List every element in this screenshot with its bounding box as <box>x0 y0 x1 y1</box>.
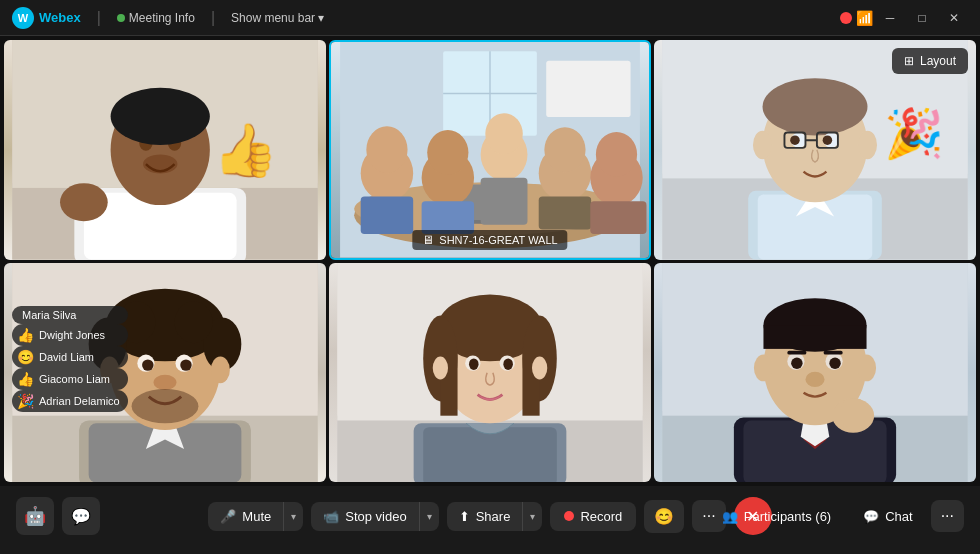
svg-point-63 <box>175 301 213 343</box>
show-menu-button[interactable]: Show menu bar ▾ <box>231 11 324 25</box>
record-button[interactable]: Record <box>550 502 636 531</box>
stop-video-button[interactable]: 📹 Stop video <box>311 502 418 531</box>
toolbar: 🤖 💬 🎤 Mute ▾ 📹 Stop video ▾ <box>0 486 980 546</box>
reaction-item-dwight: 👍 Dwight Jones <box>12 324 128 346</box>
share-label: Share <box>476 509 511 524</box>
svg-point-108 <box>754 354 773 381</box>
monitor-icon: 🖥 <box>422 233 434 247</box>
mute-chevron-icon: ▾ <box>291 511 296 522</box>
reaction-item-david: 😊 David Liam <box>12 346 128 368</box>
reaction-name-adrian: Adrian Delamico <box>39 395 120 407</box>
reaction-name-maria: Maria Silva <box>22 309 76 321</box>
chat-label: Chat <box>885 509 912 524</box>
reactions-sidebar: Maria Silva 👍 Dwight Jones 😊 David Liam … <box>12 306 128 412</box>
app-name: Webex <box>39 10 81 25</box>
video-chevron-button[interactable]: ▾ <box>419 502 439 531</box>
close-button[interactable]: ✕ <box>940 7 968 29</box>
titlebar: W Webex | Meeting Info | Show menu bar ▾… <box>0 0 980 36</box>
video-chevron-icon: ▾ <box>427 511 432 522</box>
participants-icon: 👥 <box>722 509 738 524</box>
svg-point-89 <box>532 356 547 379</box>
emoji-icon: 😊 <box>654 508 674 525</box>
emoji-button[interactable]: 😊 <box>644 500 684 533</box>
woman-svg <box>329 263 651 483</box>
svg-rect-22 <box>361 197 413 234</box>
suit-man-svg <box>654 263 976 483</box>
more-right-icon: ··· <box>941 507 954 524</box>
chat-icon-button[interactable]: 💬 <box>62 497 100 535</box>
svg-point-86 <box>469 358 479 369</box>
separator2: | <box>211 9 215 27</box>
svg-point-69 <box>132 388 199 422</box>
svg-rect-31 <box>539 197 591 230</box>
mute-chevron-button[interactable]: ▾ <box>283 502 303 531</box>
webex-icon: W <box>12 7 34 29</box>
share-icon: ⬆ <box>459 509 470 524</box>
maximize-button[interactable]: □ <box>908 7 936 29</box>
share-button[interactable]: ⬆ Share <box>447 502 523 531</box>
svg-point-102 <box>829 357 840 368</box>
record-label: Record <box>580 509 622 524</box>
share-split-button: ⬆ Share ▾ <box>447 502 543 531</box>
svg-point-87 <box>503 358 513 369</box>
room-label: 🖥 SHN7-16-GREAT WALL <box>412 230 567 250</box>
svg-point-11 <box>111 88 210 145</box>
svg-point-48 <box>790 135 800 145</box>
svg-rect-104 <box>824 350 843 354</box>
titlebar-right: 📶 ─ □ ✕ <box>840 7 968 29</box>
participants-button[interactable]: 👥 Participants (6) <box>708 502 845 531</box>
svg-point-29 <box>485 113 522 154</box>
thumbs-up-emoji: 👍 <box>213 119 278 180</box>
reaction-emoji-dwight: 👍 <box>17 327 34 343</box>
meeting-info-button[interactable]: Meeting Info <box>117 11 195 25</box>
svg-point-35 <box>596 132 637 177</box>
svg-point-26 <box>427 130 468 175</box>
layout-button[interactable]: ⊞ Layout <box>892 48 968 74</box>
video-bg-6 <box>654 263 976 483</box>
titlebar-left: W Webex | Meeting Info | Show menu bar ▾ <box>12 7 840 29</box>
minimize-button[interactable]: ─ <box>876 7 904 29</box>
svg-point-67 <box>180 359 191 370</box>
video-bg-2 <box>331 42 649 258</box>
video-cell-2: 🖥 SHN7-16-GREAT WALL <box>329 40 651 260</box>
toolbar-center: 🎤 Mute ▾ 📹 Stop video ▾ ⬆ Share <box>208 497 771 535</box>
reaction-name-david: David Liam <box>39 351 94 363</box>
svg-point-66 <box>142 359 153 370</box>
svg-rect-98 <box>763 325 866 349</box>
toolbar-right: 👥 Participants (6) 💬 Chat ··· <box>708 500 964 532</box>
mute-split-button: 🎤 Mute ▾ <box>208 502 303 531</box>
svg-point-51 <box>858 131 877 160</box>
layout-label: Layout <box>920 54 956 68</box>
video-cell-1: 👍 <box>4 40 326 260</box>
svg-rect-28 <box>481 178 528 225</box>
chat-button[interactable]: 💬 Chat <box>849 502 926 531</box>
record-red-dot <box>564 511 574 521</box>
ai-icon: 🤖 <box>24 505 46 527</box>
mute-button[interactable]: 🎤 Mute <box>208 502 283 531</box>
video-camera-icon: 📹 <box>323 509 339 524</box>
video-cell-4: Maria Silva 👍 Dwight Jones 😊 David Liam … <box>4 263 326 483</box>
more-right-button[interactable]: ··· <box>931 500 964 532</box>
svg-point-71 <box>211 356 230 383</box>
svg-point-42 <box>763 78 868 135</box>
video-cell-5 <box>329 263 651 483</box>
room-name: SHN7-16-GREAT WALL <box>439 234 557 246</box>
ai-assistant-button[interactable]: 🤖 <box>16 497 54 535</box>
svg-point-68 <box>154 374 177 389</box>
group-meeting-svg <box>331 42 649 258</box>
video-grid: 👍 <box>0 36 980 486</box>
reaction-item-giacomo: 👍 Giacomo Liam <box>12 368 128 390</box>
stop-video-split-button: 📹 Stop video ▾ <box>311 502 438 531</box>
reaction-emoji-adrian: 🎉 <box>17 393 34 409</box>
svg-rect-34 <box>590 201 646 234</box>
stop-video-label: Stop video <box>345 509 406 524</box>
svg-rect-16 <box>546 61 630 117</box>
video-bg-1: 👍 <box>4 40 326 260</box>
reaction-emoji-giacomo: 👍 <box>17 371 34 387</box>
meeting-info-label: Meeting Info <box>129 11 195 25</box>
microphone-icon: 🎤 <box>220 509 236 524</box>
reaction-item-adrian: 🎉 Adrian Delamico <box>12 390 128 412</box>
recording-indicator <box>117 14 125 22</box>
reaction-name-giacomo: Giacomo Liam <box>39 373 110 385</box>
share-chevron-button[interactable]: ▾ <box>522 502 542 531</box>
